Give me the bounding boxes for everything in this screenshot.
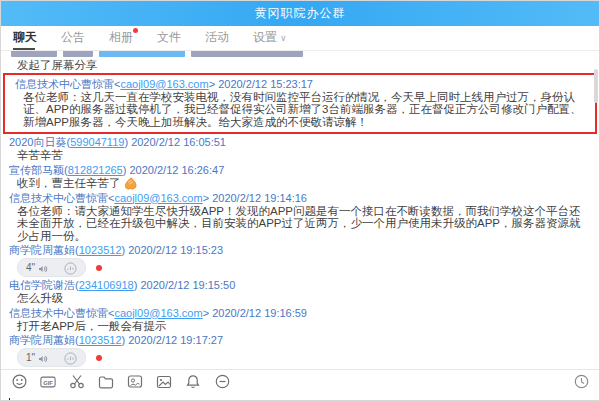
message-timestamp: 2020/2/12 16:26:47 [126,164,224,176]
svg-text:GIF: GIF [43,379,53,385]
title-bar: 黄冈职院办公群 [1,1,599,26]
screenshot-icon[interactable] [69,374,85,390]
action-message: 发起了屏幕分享 [9,59,591,72]
qq-number-link[interactable]: 599047119 [70,136,124,148]
message-body: 各位老师：这几天一直在学校安装电视，没有时间监控平台运行的情况，今天早上同时上线… [15,91,585,129]
toolbar-icon-group: GIF [11,374,230,390]
sender-name[interactable]: 信息技术中心曹惊雷 [15,78,114,90]
message-sender-line: 商学院周蕙娟(1023512) 2020/2/12 19:15:23 [9,244,591,256]
message-timestamp: 2020/2/12 19:16:59 [209,307,307,319]
unread-voice-dot [96,355,102,361]
sender-name[interactable]: 信息技术中心曹惊雷 [9,307,108,319]
sender-name[interactable]: 信息技术中心曹惊雷 [9,192,108,204]
sender-contact: (1023512) [75,244,125,256]
more-icon[interactable] [214,374,230,390]
message-timestamp: 2020/2/12 16:05:51 [128,136,226,148]
message-body: 辛苦辛苦 [9,149,591,162]
group-chat-window: 黄冈职院办公群 聊天 公告 相册 文件 活动 设置∨ 发起了屏幕分享信息技术中心… [0,0,600,401]
message-sender-line: 商学院周蕙娟(1023512) 2020/2/12 19:17:27 [9,334,591,346]
sender-name[interactable]: 宣传部马颖 [9,164,64,176]
tab-bar: 聊天 公告 相册 文件 活动 设置∨ [1,26,599,51]
sender-contact: <caojl09@163.com> [108,307,209,319]
sender-name[interactable]: 商学院周蕙娟 [9,244,75,256]
tab-settings[interactable]: 设置∨ [253,26,287,50]
chat-scrollbar-thumb[interactable] [594,69,598,103]
tab-album[interactable]: 相册 [109,26,133,50]
speaker-icon [38,349,48,367]
tab-chat[interactable]: 聊天 [13,26,37,50]
speaker-icon [38,259,48,277]
voice-duration: 1" [26,352,35,363]
qq-number-link[interactable]: 1023512 [79,334,122,346]
qq-number-link[interactable]: 234106918 [79,279,134,291]
email-link[interactable]: caojl09@163.com [114,307,202,319]
message-timestamp: 2020/2/12 15:23:17 [215,78,313,90]
sender-contact: <caojl09@163.com> [108,192,209,204]
message-sender-line: 信息技术中心曹惊雷<caojl09@163.com> 2020/2/12 19:… [9,192,591,204]
voice-message-row: 1" [17,348,591,367]
gif-icon[interactable]: GIF [40,374,56,390]
message-input[interactable] [1,393,599,401]
qq-number-link[interactable]: 812821265 [68,164,123,176]
voice-message-bubble[interactable]: 1" [17,348,86,367]
message-sender-line: 信息技术中心曹惊雷<caojl09@163.com> 2020/2/12 15:… [15,78,585,90]
message-sender-line: 信息技术中心曹惊雷<caojl09@163.com> 2020/2/12 19:… [9,307,591,319]
album-unread-badge [133,28,138,33]
email-link[interactable]: caojl09@163.com [114,192,202,204]
message-sender-line: 宣传部马颖(812821265) 2020/2/12 16:26:47 [9,164,591,176]
message-timestamp: 2020/2/12 19:15:50 [137,279,235,291]
sender-contact: (812821265) [64,164,126,176]
sender-contact: (1023512) [75,334,125,346]
file-icon[interactable] [98,374,114,390]
chevron-down-icon: ∨ [280,33,287,43]
input-toolbar: GIF [1,369,599,393]
sender-name[interactable]: 2020向日葵 [9,136,66,148]
window-title: 黄冈职院办公群 [255,5,346,22]
voice-to-text-icon[interactable] [64,349,77,367]
message-body: 打开老APP后，一般会有提示 [9,320,591,333]
tab-files[interactable]: 文件 [157,26,181,50]
message-body: 收到，曹主任辛苦了 [9,177,591,190]
sender-contact: (599047119) [66,136,128,148]
image-icon[interactable] [156,374,172,390]
tab-announcement[interactable]: 公告 [61,26,85,50]
sender-contact: <caojl09@163.com> [114,78,215,90]
voice-to-text-icon[interactable] [64,259,77,277]
message-body: 各位老师：请大家通知学生尽快升级APP！发现的APP问题是有一个接口在不断读数据… [9,205,591,243]
sender-name[interactable]: 商学院周蕙娟 [9,334,75,346]
voice-message-bubble[interactable]: 4" [17,258,86,277]
message-timestamp: 2020/2/12 19:15:23 [125,244,223,256]
message-timestamp: 2020/2/12 19:17:27 [125,334,223,346]
sender-name[interactable]: 电信学院谢浩 [9,279,75,291]
message-body: 怎么升级 [9,292,591,305]
sender-contact: (234106918) [75,279,137,291]
tab-activity[interactable]: 活动 [205,26,229,50]
voice-duration: 4" [26,262,35,273]
video-icon[interactable] [127,374,143,390]
message-sender-line: 2020向日葵(599047119) 2020/2/12 16:05:51 [9,136,591,148]
qq-number-link[interactable]: 1023512 [79,244,122,256]
chat-message-list: 发起了屏幕分享信息技术中心曹惊雷<caojl09@163.com> 2020/2… [9,59,591,369]
message-sender-line: 电信学院谢浩(234106918) 2020/2/12 19:15:50 [9,279,591,291]
email-link[interactable]: caojl09@163.com [120,78,208,90]
chat-area: 发起了屏幕分享信息技术中心曹惊雷<caojl09@163.com> 2020/2… [1,51,599,369]
emoji-icon[interactable] [11,374,27,390]
bell-icon[interactable] [185,374,201,390]
message-timestamp: 2020/2/12 19:14:16 [209,192,307,204]
highlighted-message-box: 信息技术中心曹惊雷<caojl09@163.com> 2020/2/12 15:… [3,73,597,135]
clipped-sender-line [9,51,591,57]
message-history-icon[interactable] [573,374,589,390]
voice-message-row: 4" [17,258,591,277]
fist-palm-salute-emoji [121,177,138,189]
unread-voice-dot [96,265,102,271]
